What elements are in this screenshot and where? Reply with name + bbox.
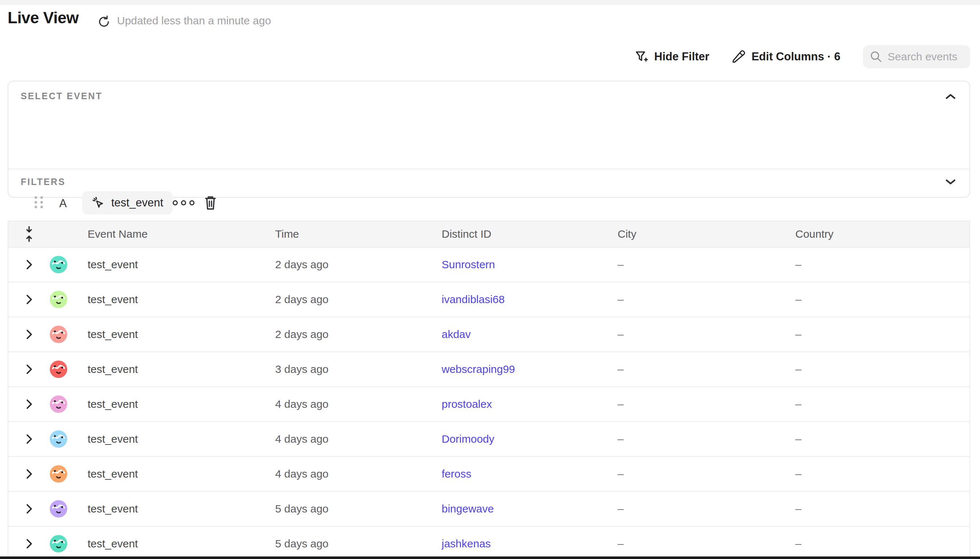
- cell-time: 3 days ago: [275, 363, 442, 375]
- cell-distinct-id-link[interactable]: akdav: [442, 328, 618, 341]
- cell-country: –: [795, 538, 970, 550]
- expand-row-button[interactable]: [8, 538, 50, 549]
- avatar: [50, 465, 67, 483]
- drag-handle[interactable]: [35, 196, 44, 210]
- avatar: [50, 326, 67, 343]
- table-row: test_event 2 days ago Sunrostern – –: [8, 248, 970, 283]
- dot-icon: [189, 200, 195, 205]
- cell-distinct-id-link[interactable]: jashkenas: [442, 538, 618, 550]
- chevron-right-icon: [25, 538, 33, 549]
- pencil-icon: [732, 50, 745, 64]
- cell-city: –: [618, 363, 795, 375]
- cell-distinct-id-link[interactable]: prostoalex: [442, 398, 618, 410]
- cell-city: –: [618, 293, 795, 306]
- expand-row-button[interactable]: [8, 329, 50, 340]
- search-box[interactable]: [863, 45, 970, 68]
- refresh-icon: [97, 15, 111, 29]
- cell-time: 2 days ago: [275, 258, 442, 271]
- event-click-icon: [92, 196, 106, 210]
- cell-city: –: [618, 468, 795, 480]
- cell-distinct-id-link[interactable]: bingewave: [442, 503, 618, 515]
- cell-country: –: [795, 328, 970, 341]
- cell-country: –: [795, 398, 970, 410]
- page-title: Live View: [8, 9, 79, 27]
- table-row: test_event 5 days ago jashkenas – –: [8, 527, 970, 559]
- cell-event-name: test_event: [88, 433, 275, 445]
- cell-event-name: test_event: [88, 503, 275, 515]
- cell-event-name: test_event: [88, 468, 275, 480]
- expand-row-button[interactable]: [8, 468, 50, 480]
- chevron-right-icon: [25, 294, 33, 305]
- panel-divider: [8, 169, 970, 169]
- expand-row-button[interactable]: [8, 364, 50, 375]
- chevron-right-icon: [25, 503, 33, 514]
- cell-country: –: [795, 503, 970, 515]
- cell-time: 5 days ago: [275, 538, 442, 550]
- collapse-section-button[interactable]: [942, 89, 959, 104]
- expand-row-button[interactable]: [8, 259, 50, 270]
- chevron-right-icon: [25, 259, 33, 270]
- cell-event-name: test_event: [88, 538, 275, 550]
- avatar: [50, 291, 67, 308]
- column-header-time[interactable]: Time: [275, 228, 442, 240]
- chevron-right-icon: [25, 399, 33, 410]
- cell-distinct-id-link[interactable]: feross: [442, 468, 618, 480]
- select-event-section-label: SELECT EVENT: [21, 91, 102, 101]
- expand-row-button[interactable]: [8, 399, 50, 410]
- hide-filter-button[interactable]: Hide Filter: [634, 50, 709, 64]
- cell-country: –: [795, 258, 970, 271]
- chevron-right-icon: [25, 433, 33, 445]
- chevron-right-icon: [25, 364, 33, 375]
- cell-time: 4 days ago: [275, 433, 442, 445]
- table-row: test_event 4 days ago prostoalex – –: [8, 387, 970, 422]
- column-header-event-name[interactable]: Event Name: [88, 228, 275, 240]
- chevron-right-icon: [25, 468, 33, 480]
- cell-city: –: [618, 538, 795, 550]
- expand-row-button[interactable]: [8, 294, 50, 305]
- cell-country: –: [795, 363, 970, 375]
- cell-city: –: [618, 433, 795, 445]
- cell-country: –: [795, 293, 970, 306]
- avatar: [50, 535, 67, 552]
- chevron-down-icon: [945, 178, 956, 185]
- expand-filters-button[interactable]: [942, 174, 959, 189]
- cell-distinct-id-link[interactable]: ivandiblasi68: [442, 293, 618, 306]
- chevron-up-icon: [945, 93, 956, 100]
- top-strip: [0, 0, 980, 5]
- cell-distinct-id-link[interactable]: webscraping99: [442, 363, 618, 375]
- cell-country: –: [795, 468, 970, 480]
- cell-country: –: [795, 433, 970, 445]
- cell-event-name: test_event: [88, 328, 275, 341]
- avatar: [50, 395, 67, 413]
- collapse-all-button[interactable]: [8, 225, 50, 243]
- filter-plus-icon: [634, 50, 648, 64]
- column-header-country[interactable]: Country: [795, 228, 970, 240]
- cell-time: 4 days ago: [275, 398, 442, 410]
- cell-distinct-id-link[interactable]: Dorimoody: [442, 433, 618, 445]
- edit-columns-button[interactable]: Edit Columns · 6: [732, 50, 840, 64]
- search-input[interactable]: [887, 51, 960, 63]
- cell-event-name: test_event: [88, 258, 275, 271]
- expand-row-button[interactable]: [8, 503, 50, 514]
- expand-row-button[interactable]: [8, 433, 50, 445]
- cell-time: 5 days ago: [275, 503, 442, 515]
- bottom-bar: [0, 556, 980, 559]
- chevron-right-icon: [25, 329, 33, 340]
- hide-filter-label: Hide Filter: [654, 50, 709, 63]
- column-header-distinct-id[interactable]: Distinct ID: [442, 228, 618, 240]
- cell-time: 4 days ago: [275, 468, 442, 480]
- more-options-button[interactable]: [173, 198, 195, 208]
- query-panel: SELECT EVENT A test_event: [8, 81, 970, 198]
- column-header-city[interactable]: City: [618, 228, 795, 240]
- event-selector-chip[interactable]: test_event: [82, 191, 173, 215]
- delete-event-button[interactable]: [202, 194, 218, 212]
- cell-distinct-id-link[interactable]: Sunrostern: [442, 258, 618, 271]
- dot-icon: [181, 200, 186, 205]
- cell-city: –: [618, 258, 795, 271]
- avatar: [50, 430, 67, 448]
- cell-event-name: test_event: [88, 363, 275, 375]
- event-letter: A: [59, 197, 67, 210]
- refresh-button[interactable]: [96, 14, 112, 30]
- table-row: test_event 2 days ago ivandiblasi68 – –: [8, 283, 970, 317]
- avatar: [50, 256, 67, 273]
